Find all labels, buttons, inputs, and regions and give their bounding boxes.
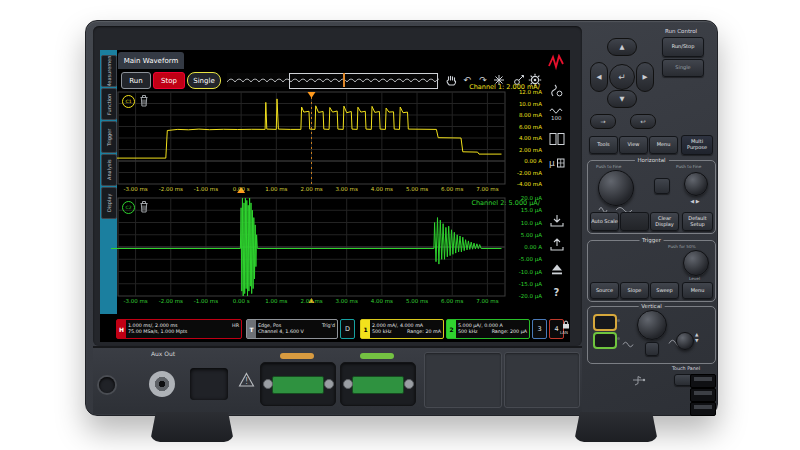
ch2-number-badge: 2	[447, 320, 456, 338]
ch1-number-badge: 1	[361, 320, 370, 338]
trigger-50-hint: Push for 50%	[668, 244, 696, 249]
horizontal-title: Horizontal	[634, 157, 668, 163]
trigger-level-label: Level	[689, 276, 700, 281]
multi-purpose-key[interactable]: Multi Purpose	[681, 135, 713, 155]
single-button[interactable]: Single	[187, 72, 221, 89]
waveform-100-icon[interactable]: 100	[548, 106, 565, 123]
channel1-badge[interactable]: C1	[122, 95, 135, 108]
aux-recess	[190, 368, 228, 400]
single-key[interactable]: Single	[662, 59, 704, 77]
split-display-icon[interactable]	[548, 130, 565, 147]
svg-text:µ: µ	[549, 158, 555, 168]
lan-indicator: LAN	[560, 330, 568, 335]
small-amplitude-icon	[622, 340, 634, 348]
blank-module-pan el-2	[504, 352, 580, 408]
channel2-badge[interactable]: C2	[122, 201, 135, 214]
channel2-status-box[interactable]: 2 5.000 µA/, 0.000 A500 kHzRange: 200 µA	[446, 319, 530, 339]
save-icon[interactable]	[548, 212, 565, 229]
channel2-select-key[interactable]	[593, 332, 617, 349]
view-key[interactable]: View	[619, 136, 648, 154]
panel-screw	[99, 377, 115, 393]
channel3-status-box[interactable]: 3	[532, 319, 547, 339]
tools-key[interactable]: Tools	[589, 136, 618, 154]
gesture-mode-icon[interactable]	[548, 82, 565, 99]
nav-left-key[interactable]: ◀	[590, 62, 608, 92]
blank-module-panel	[424, 352, 502, 408]
vertical-title: Vertical	[638, 303, 665, 309]
offset-arrows-icon: ▲▼	[695, 332, 698, 345]
trigger-sweep-key[interactable]: Sweep	[650, 282, 679, 299]
menu-tab-main-waveform[interactable]: Main Waveform	[118, 52, 184, 69]
horizontal-status-box[interactable]: H 1.000 ms/, 2.000 msHR75.00 MSa/s, 1.00…	[116, 319, 242, 339]
usb-symbol-icon	[632, 374, 646, 386]
eject-icon[interactable]	[548, 260, 565, 277]
help-icon[interactable]: ?	[548, 284, 565, 301]
horizontal-scale-knob[interactable]	[598, 170, 634, 206]
nav-right-key[interactable]: ▶	[636, 62, 654, 92]
t-badge: T	[247, 320, 256, 338]
run-control-label: Run Control	[650, 28, 712, 34]
channel1-probe-connector	[272, 376, 324, 394]
vertical-scale-knob[interactable]	[637, 310, 667, 340]
svg-text:!: !	[245, 377, 248, 386]
trigger-status-box[interactable]: T Edge, PosTrig'dChannel 4, 1.600 V	[246, 319, 338, 339]
channel1-select-key[interactable]	[593, 314, 617, 331]
trigger-title: Trigger	[639, 237, 664, 243]
status-bar: H 1.000 ms/, 2.000 msHR75.00 MSa/s, 1.00…	[100, 316, 570, 342]
enter-key[interactable]: ↵	[609, 64, 635, 90]
touchscreen-display[interactable]	[100, 50, 570, 342]
nav-down-key[interactable]: ▼	[607, 90, 637, 108]
vertical-expand-key[interactable]	[645, 342, 659, 356]
tab-key[interactable]: →	[590, 114, 616, 129]
left-foot	[150, 412, 234, 442]
channel2-color-indicator	[360, 353, 394, 359]
channel2-trash-icon[interactable]	[139, 200, 149, 213]
clear-display-key[interactable]: Clear Display	[650, 212, 679, 231]
touch-panel-label: Touch Panel	[658, 366, 714, 371]
trigger-source-key[interactable]: Source	[590, 282, 619, 299]
digital-status-box[interactable]: D	[340, 319, 355, 339]
stop-button[interactable]: Stop	[153, 72, 185, 89]
preview-trigger-marker	[343, 73, 345, 87]
default-setup-key[interactable]: Default Setup	[682, 212, 713, 231]
channel2-scale-label: Channel 2: 5.000 µA/	[380, 199, 540, 207]
trigger-slope-key[interactable]: Slope	[620, 282, 649, 299]
sidebar-strip	[100, 50, 117, 314]
keysight-spark-icon	[548, 54, 565, 71]
delay-arrows-icon: ◀ ▶	[683, 198, 707, 204]
horizontal-fine-hint: Push to Fine	[596, 164, 621, 169]
horizontal-delay-knob[interactable]	[684, 172, 708, 196]
aux-out-label: Aux Out	[140, 350, 186, 357]
trigger-level-knob[interactable]	[683, 250, 709, 276]
channel1-color-indicator	[280, 353, 314, 359]
mu-measurement-icon[interactable]: µ	[548, 154, 565, 171]
channel1-scale-label: Channel 1: 2.000 mA/	[380, 83, 540, 91]
trigger-menu-key[interactable]: Menu	[682, 282, 713, 299]
usb-port-1	[690, 374, 716, 388]
usb-port-3	[690, 402, 716, 416]
recall-icon[interactable]	[548, 236, 565, 253]
vertical-offset-knob[interactable]	[676, 332, 694, 350]
horizontal-zoom-key[interactable]	[654, 178, 670, 194]
channel1-status-box[interactable]: 1 2.000 mA/, 4.000 mA500 kHzRange: 20 mA	[360, 319, 444, 339]
right-foot	[574, 412, 658, 442]
back-key[interactable]: ↩	[630, 114, 656, 129]
unlabeled-key[interactable]	[620, 212, 649, 231]
aux-out-bnc-connector	[149, 371, 175, 397]
auto-scale-key[interactable]: Auto Scale	[590, 212, 619, 231]
channel1-trash-icon[interactable]	[139, 94, 149, 107]
run-button[interactable]: Run	[121, 72, 151, 89]
h-badge: H	[117, 320, 126, 338]
nav-up-key[interactable]: ▲	[607, 38, 637, 56]
instrument-screenshot: KEYSIGHT CX3322A Device Current Waveform…	[0, 0, 800, 450]
lock-icon	[562, 320, 570, 329]
run-stop-key[interactable]: Run/Stop	[662, 37, 704, 57]
menu-key[interactable]: Menu	[649, 136, 678, 154]
channel2-probe-connector	[352, 376, 404, 394]
warning-triangle-icon: !	[238, 372, 255, 388]
svg-text:100: 100	[551, 115, 562, 121]
usb-port-2	[690, 388, 716, 402]
delay-fine-hint: Push to Fine	[676, 164, 701, 169]
